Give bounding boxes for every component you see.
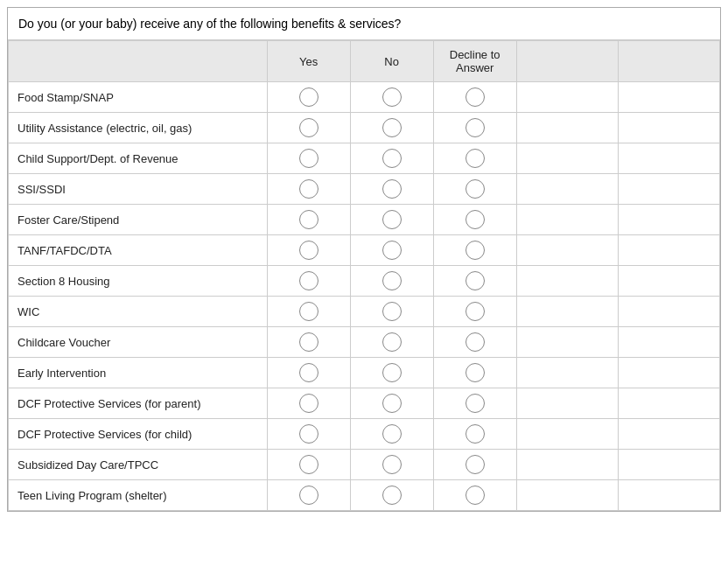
radio-cell-section8-no[interactable] [350, 266, 433, 297]
radio-cell-foster-care-no[interactable] [350, 205, 433, 235]
radio-cell-subsidized-daycare-no[interactable] [350, 450, 433, 480]
radio-cell-dcf-child-no[interactable] [350, 419, 433, 450]
radio-cell-utility-assistance-decline[interactable] [433, 113, 516, 143]
radio-tanf-yes[interactable] [299, 241, 318, 260]
row-label-childcare-voucher: Childcare Voucher [9, 327, 268, 358]
benefits-form: Do you (or your baby) receive any of the… [7, 7, 721, 512]
radio-cell-foster-care-yes[interactable] [267, 205, 350, 235]
radio-wic-no[interactable] [382, 302, 402, 321]
radio-wic-yes[interactable] [299, 302, 318, 321]
radio-cell-child-support-yes[interactable] [267, 143, 350, 174]
radio-utility-assistance-no[interactable] [382, 118, 402, 137]
radio-teen-living-no[interactable] [382, 486, 402, 505]
extra-cell-dcf-parent-0 [516, 388, 618, 419]
radio-foster-care-no[interactable] [382, 210, 402, 229]
table-row: Early Intervention [9, 358, 720, 388]
radio-childcare-voucher-decline[interactable] [466, 332, 485, 352]
radio-cell-ssi-ssdi-yes[interactable] [267, 174, 350, 205]
radio-early-intervention-decline[interactable] [466, 363, 485, 382]
radio-utility-assistance-yes[interactable] [299, 118, 318, 137]
radio-cell-child-support-decline[interactable] [433, 143, 516, 174]
extra-cell-section8-0 [516, 266, 618, 297]
radio-cell-tanf-decline[interactable] [433, 235, 516, 266]
radio-child-support-no[interactable] [382, 149, 402, 168]
table-row: Childcare Voucher [9, 327, 720, 358]
radio-foster-care-decline[interactable] [466, 210, 485, 229]
radio-cell-dcf-parent-yes[interactable] [267, 388, 350, 419]
radio-cell-childcare-voucher-decline[interactable] [433, 327, 516, 358]
radio-cell-ssi-ssdi-decline[interactable] [433, 174, 516, 205]
radio-cell-child-support-no[interactable] [350, 143, 433, 174]
radio-cell-childcare-voucher-yes[interactable] [267, 327, 350, 358]
radio-food-stamp-decline[interactable] [466, 87, 485, 107]
radio-early-intervention-no[interactable] [382, 363, 402, 382]
radio-dcf-parent-yes[interactable] [299, 394, 318, 413]
radio-childcare-voucher-no[interactable] [382, 332, 402, 352]
radio-ssi-ssdi-yes[interactable] [299, 179, 318, 199]
radio-early-intervention-yes[interactable] [299, 363, 318, 382]
radio-cell-teen-living-no[interactable] [350, 480, 433, 511]
radio-cell-ssi-ssdi-no[interactable] [350, 174, 433, 205]
extra-cell-early-intervention-1 [618, 358, 719, 388]
radio-childcare-voucher-yes[interactable] [299, 332, 318, 352]
radio-cell-foster-care-decline[interactable] [433, 205, 516, 235]
radio-subsidized-daycare-yes[interactable] [299, 455, 318, 474]
radio-cell-wic-no[interactable] [350, 297, 433, 327]
radio-dcf-parent-no[interactable] [382, 394, 402, 413]
radio-cell-dcf-parent-decline[interactable] [433, 388, 516, 419]
radio-dcf-child-decline[interactable] [466, 424, 485, 444]
radio-teen-living-yes[interactable] [299, 486, 318, 505]
radio-subsidized-daycare-decline[interactable] [466, 455, 485, 474]
radio-dcf-child-no[interactable] [382, 424, 402, 444]
radio-cell-tanf-no[interactable] [350, 235, 433, 266]
radio-tanf-no[interactable] [382, 241, 402, 260]
radio-teen-living-decline[interactable] [466, 486, 485, 505]
radio-cell-food-stamp-decline[interactable] [433, 82, 516, 113]
radio-ssi-ssdi-decline[interactable] [466, 179, 485, 199]
radio-cell-wic-decline[interactable] [433, 297, 516, 327]
radio-wic-decline[interactable] [466, 302, 485, 321]
radio-ssi-ssdi-no[interactable] [382, 179, 402, 199]
radio-cell-teen-living-yes[interactable] [267, 480, 350, 511]
benefits-table: Yes No Decline toAnswer Food Stamp/SNAPU… [8, 40, 720, 511]
col-header-extra2 [618, 41, 719, 82]
table-row: WIC [9, 297, 720, 327]
extra-cell-food-stamp-1 [618, 82, 719, 113]
radio-cell-section8-yes[interactable] [267, 266, 350, 297]
radio-cell-dcf-child-decline[interactable] [433, 419, 516, 450]
radio-cell-dcf-child-yes[interactable] [267, 419, 350, 450]
radio-cell-subsidized-daycare-yes[interactable] [267, 450, 350, 480]
radio-cell-utility-assistance-yes[interactable] [267, 113, 350, 143]
radio-section8-decline[interactable] [466, 271, 485, 290]
radio-cell-wic-yes[interactable] [267, 297, 350, 327]
radio-cell-section8-decline[interactable] [433, 266, 516, 297]
radio-cell-utility-assistance-no[interactable] [350, 113, 433, 143]
radio-section8-yes[interactable] [299, 271, 318, 290]
radio-cell-early-intervention-no[interactable] [350, 358, 433, 388]
radio-cell-early-intervention-decline[interactable] [433, 358, 516, 388]
radio-cell-subsidized-daycare-decline[interactable] [433, 450, 516, 480]
radio-cell-tanf-yes[interactable] [267, 235, 350, 266]
table-row: DCF Protective Services (for parent) [9, 388, 720, 419]
radio-dcf-child-yes[interactable] [299, 424, 318, 444]
radio-subsidized-daycare-no[interactable] [382, 455, 402, 474]
radio-cell-food-stamp-no[interactable] [350, 82, 433, 113]
radio-cell-food-stamp-yes[interactable] [267, 82, 350, 113]
radio-section8-no[interactable] [382, 271, 402, 290]
radio-child-support-decline[interactable] [466, 149, 485, 168]
radio-food-stamp-no[interactable] [382, 87, 402, 107]
radio-tanf-decline[interactable] [466, 241, 485, 260]
radio-food-stamp-yes[interactable] [299, 87, 318, 107]
radio-cell-teen-living-decline[interactable] [433, 480, 516, 511]
radio-dcf-parent-decline[interactable] [466, 394, 485, 413]
extra-cell-section8-1 [618, 266, 719, 297]
radio-cell-childcare-voucher-no[interactable] [350, 327, 433, 358]
extra-cell-foster-care-0 [516, 205, 618, 235]
radio-utility-assistance-decline[interactable] [466, 118, 485, 137]
table-row: Subsidized Day Care/TPCC [9, 450, 720, 480]
radio-foster-care-yes[interactable] [299, 210, 318, 229]
radio-child-support-yes[interactable] [299, 149, 318, 168]
radio-cell-dcf-parent-no[interactable] [350, 388, 433, 419]
radio-cell-early-intervention-yes[interactable] [267, 358, 350, 388]
extra-cell-utility-assistance-1 [618, 113, 719, 143]
